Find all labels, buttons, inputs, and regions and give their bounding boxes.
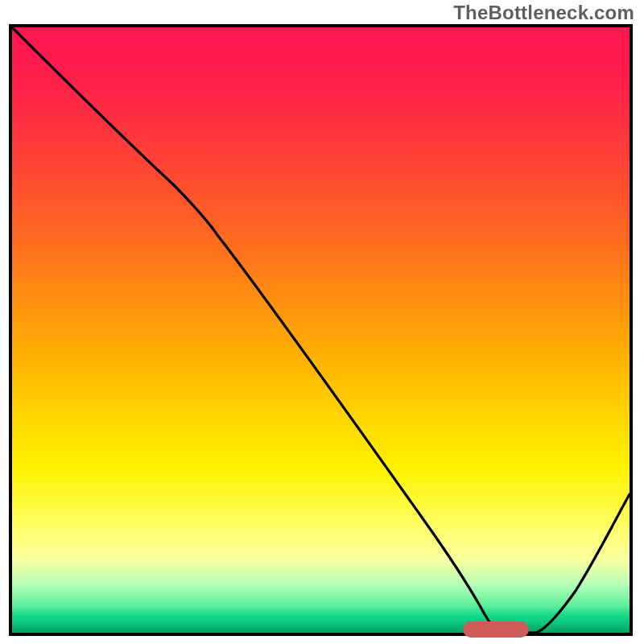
- watermark-text: TheBottleneck.com: [453, 2, 634, 24]
- chart-frame: TheBottleneck.com: [0, 0, 644, 644]
- curve-path: [12, 27, 630, 633]
- optimal-range-marker: [463, 621, 529, 638]
- bottleneck-curve: [12, 27, 630, 633]
- plot-area: [9, 24, 633, 636]
